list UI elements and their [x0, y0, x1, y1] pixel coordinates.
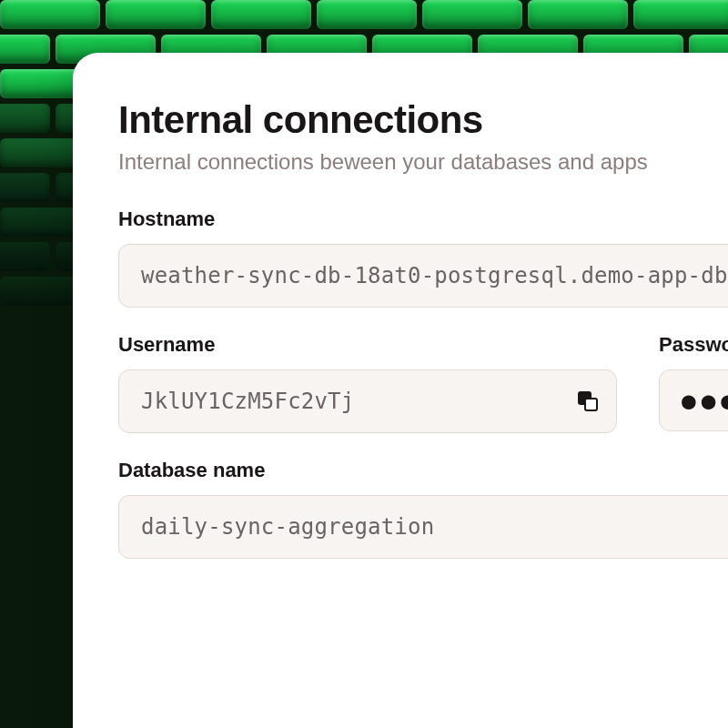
username-text: JklUY1CzM5Fc2vTj [141, 389, 354, 414]
page-title: Internal connections [118, 98, 728, 142]
username-label: Username [118, 333, 617, 357]
hostname-label: Hostname [118, 207, 728, 231]
username-value[interactable]: JklUY1CzM5Fc2vTj [118, 369, 617, 433]
hostname-field: Hostname weather-sync-db-18at0-postgresq… [118, 207, 728, 308]
hostname-value[interactable]: weather-sync-db-18at0-postgresql.demo-ap… [118, 244, 728, 308]
database-name-field: Database name daily-sync-aggregation [118, 459, 728, 559]
password-label: Password [659, 333, 728, 357]
password-field: Password ●●●●●●●● [659, 333, 728, 433]
password-text: ●●●●●●●● [682, 389, 728, 412]
copy-icon[interactable] [578, 391, 598, 411]
connections-card: Internal connections Internal connection… [73, 53, 728, 728]
database-name-value[interactable]: daily-sync-aggregation [118, 495, 728, 559]
username-field: Username JklUY1CzM5Fc2vTj [118, 333, 617, 433]
database-name-label: Database name [118, 459, 728, 482]
password-value[interactable]: ●●●●●●●● [659, 369, 728, 431]
hostname-text: weather-sync-db-18at0-postgresql.demo-ap… [141, 263, 728, 288]
database-name-text: daily-sync-aggregation [141, 514, 434, 540]
page-subtitle: Internal connections beween your databas… [118, 149, 728, 175]
